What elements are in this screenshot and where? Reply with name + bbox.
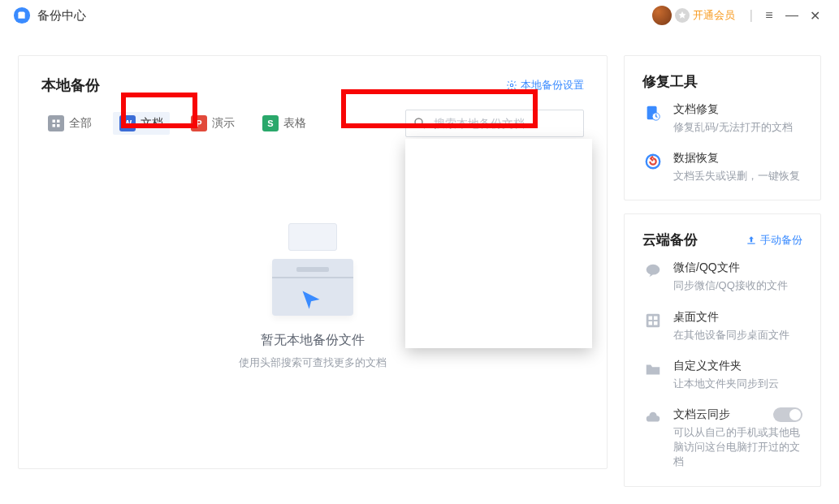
data-recover-item[interactable]: 数据恢复 文档丢失或误删，一键恢复 [642,151,802,183]
doc-repair-icon [642,102,664,135]
search-input[interactable] [405,110,584,137]
gear-icon [506,80,517,91]
cloud-backup-card: 云端备份 手动备份 微信/QQ文件 同步微信/QQ接收的文件 [624,213,821,486]
empty-subtitle: 使用头部搜索可查找更多的文档 [239,355,387,370]
grid-icon [48,115,64,131]
custom-folder-item[interactable]: 自定义文件夹 让本地文件夹同步到云 [642,359,802,391]
svg-rect-16 [649,321,653,325]
search-icon [413,116,427,131]
repair-tools-card: 修复工具 文档修复 修复乱码/无法打开的文档 数据恢复 文档丢失或误删，一键恢复 [624,55,821,200]
sync-toggle[interactable] [773,407,802,422]
filter-xls[interactable]: S 表格 [256,112,313,135]
svg-point-1 [510,84,513,87]
vip-link[interactable]: 开通会员 [693,8,735,23]
close-button[interactable]: ✕ [803,4,826,27]
local-backup-settings-link[interactable]: 本地备份设置 [506,78,584,93]
empty-title: 暂无本地备份文件 [261,332,365,349]
svg-rect-13 [647,313,660,327]
svg-rect-17 [654,321,658,325]
svg-rect-14 [649,316,653,320]
local-backup-heading: 本地备份 [41,75,100,95]
avatar[interactable] [652,6,672,25]
separator: | [750,8,753,23]
empty-icon [264,235,361,316]
svg-rect-2 [53,120,56,123]
local-backup-panel: 本地备份 本地备份设置 全部 W 文档 P 演示 S [18,55,608,469]
filter-all[interactable]: 全部 [41,112,98,135]
svg-rect-15 [654,316,658,320]
svg-rect-4 [53,124,56,127]
data-recover-icon [642,151,664,183]
desktop-icon [642,310,664,342]
svg-rect-5 [57,124,60,127]
svg-point-6 [415,118,422,126]
word-icon: W [119,115,136,131]
search-wrap [405,110,584,137]
titlebar: 备份中心 开通会员 | ≡ — ✕ [0,0,839,31]
sheet-icon: S [262,115,279,131]
filter-ppt[interactable]: P 演示 [184,112,241,135]
doc-cloud-sync-item[interactable]: 文档云同步 可以从自己的手机或其他电脑访问这台电脑打开过的文档 [642,407,802,470]
svg-point-12 [647,265,660,275]
desktop-files-item[interactable]: 桌面文件 在其他设备同步桌面文件 [642,310,802,342]
menu-button[interactable]: ≡ [758,4,781,27]
upload-icon [746,235,757,246]
svg-line-7 [422,125,425,128]
filter-doc[interactable]: W 文档 [113,112,170,135]
minimize-button[interactable]: — [781,4,803,27]
cloud-icon [642,407,664,470]
manual-backup-link[interactable]: 手动备份 [746,233,802,248]
folder-icon [642,359,664,391]
svg-rect-3 [57,120,60,123]
repair-heading: 修复工具 [642,72,802,91]
cloud-backup-heading: 云端备份 [642,230,698,249]
svg-rect-11 [747,243,755,243]
wechat-qq-item[interactable]: 微信/QQ文件 同步微信/QQ接收的文件 [642,261,802,293]
chat-icon [642,261,664,293]
app-icon [13,6,31,24]
search-dropdown [405,139,592,348]
vip-icon[interactable] [675,8,690,23]
app-title: 备份中心 [37,8,86,24]
doc-repair-item[interactable]: 文档修复 修复乱码/无法打开的文档 [642,102,802,135]
ppt-icon: P [191,115,207,131]
